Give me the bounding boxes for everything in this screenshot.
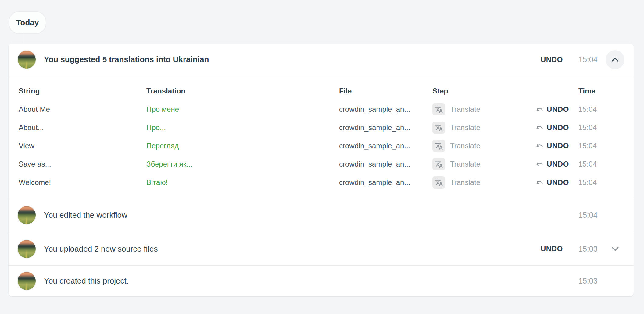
file-cell: crowdin_sample_an... [339,178,432,187]
activity-row-edited: You edited the workflow 15:04 [9,198,634,232]
activity-time: 15:03 [578,277,606,285]
activity-title: You edited the workflow [44,210,127,220]
translation-cell: Перегляд [146,142,339,150]
activity-row-actions: UNDO 15:03 [541,239,624,258]
collapse-slot [606,272,624,291]
step-cell: Translate [432,158,535,170]
column-header-translation: Translation [146,87,339,95]
column-header-file: File [339,87,432,95]
time-cell: 15:04 [578,123,628,132]
time-cell: 15:04 [578,105,628,114]
file-cell: crowdin_sample_an... [339,142,432,150]
activity-row-main: You uploaded 2 new source files [18,240,541,258]
undo-label: UNDO [547,178,569,187]
activity-title: You created this project. [44,276,129,286]
activity-row-suggested: You suggested 5 translations into Ukrain… [9,44,634,76]
activity-title: You suggested 5 translations into Ukrain… [44,55,209,64]
column-header-step: Step [432,87,535,95]
step-cell: Translate [432,122,535,134]
translate-step-icon [432,140,445,152]
table-row: View Перегляд crowdin_sample_an... Trans… [9,137,634,155]
expand-button[interactable] [611,247,619,251]
undo-label: UNDO [547,160,569,168]
undo-label: UNDO [547,142,569,150]
row-undo-button[interactable]: UNDO [535,123,578,132]
undo-label: UNDO [547,105,569,114]
string-cell: Welcome! [19,178,146,187]
activity-row-actions: UNDO 15:04 [541,50,624,69]
column-header-string: String [19,87,146,95]
string-cell: Save as... [19,160,146,168]
step-label: Translate [450,160,480,168]
collapse-button[interactable] [606,50,624,69]
activity-time: 15:03 [578,245,606,253]
undo-label: UNDO [547,123,569,132]
string-cell: About... [19,123,146,132]
user-avatar [18,272,36,290]
file-cell: crowdin_sample_an... [339,160,432,168]
row-undo-button[interactable]: UNDO [535,105,578,114]
file-cell: crowdin_sample_an... [339,105,432,114]
step-cell: Translate [432,103,535,115]
column-header-time: Time [578,87,628,95]
undo-arrow-icon [535,143,544,149]
undo-arrow-icon [535,161,544,168]
step-label: Translate [450,178,480,187]
user-avatar [18,51,36,69]
activity-time: 15:04 [578,211,606,220]
activity-row-uploaded: You uploaded 2 new source files UNDO 15:… [9,232,634,265]
row-undo-button[interactable]: UNDO [535,142,578,150]
activity-feed-page: Today You suggested 5 translations into … [0,0,644,314]
collapse-slot [606,206,624,225]
user-avatar [18,206,36,224]
undo-arrow-icon [535,125,544,131]
undo-button[interactable]: UNDO [541,55,563,64]
step-label: Translate [450,105,480,114]
chevron-down-icon [611,247,619,251]
activity-row-main: You created this project. [18,272,578,290]
undo-button[interactable]: UNDO [541,245,563,253]
step-label: Translate [450,142,480,150]
activity-row-actions: 15:03 [578,272,624,291]
string-cell: About Me [19,105,146,114]
undo-arrow-icon [535,106,544,113]
table-row: About Me Про мене crowdin_sample_an... T… [9,100,634,118]
expand-slot [606,239,624,258]
activity-row-actions: 15:04 [578,206,624,225]
table-row: Save as... Зберегти як... crowdin_sample… [9,155,634,173]
activity-title: You uploaded 2 new source files [44,244,158,254]
activity-row-main: You edited the workflow [18,206,578,224]
chevron-up-icon [611,57,619,62]
time-cell: 15:04 [578,142,628,150]
row-undo-button[interactable]: UNDO [535,178,578,187]
activity-row-main: You suggested 5 translations into Ukrain… [18,51,541,69]
table-row: About... Про... crowdin_sample_an... Tra… [9,118,634,137]
undo-arrow-icon [535,179,544,186]
translate-step-icon [432,158,445,170]
date-group-label: Today [16,18,39,27]
translate-step-icon [432,122,445,134]
translate-step-icon [432,176,445,189]
step-label: Translate [450,123,480,132]
time-cell: 15:04 [578,178,628,187]
step-cell: Translate [432,140,535,152]
date-group-badge: Today [9,11,46,34]
timeline-connector [23,33,23,44]
collapse-slot [606,50,624,69]
time-cell: 15:04 [578,160,628,168]
row-undo-button[interactable]: UNDO [535,160,578,168]
translation-cell: Вітаю! [146,178,339,187]
table-header-row: String Translation File Step Time [9,82,634,100]
file-cell: crowdin_sample_an... [339,123,432,132]
activity-time: 15:04 [578,55,606,64]
translation-cell: Зберегти як... [146,160,339,168]
translation-cell: Про мене [146,105,339,114]
user-avatar [18,240,36,258]
string-cell: View [19,142,146,150]
table-row: Welcome! Вітаю! crowdin_sample_an... Tra… [9,173,634,192]
activity-row-created: You created this project. 15:03 [9,266,634,296]
step-cell: Translate [432,176,535,189]
translations-table: String Translation File Step Time About … [9,76,634,198]
translate-step-icon [432,103,445,115]
activity-card: You suggested 5 translations into Ukrain… [9,44,634,296]
